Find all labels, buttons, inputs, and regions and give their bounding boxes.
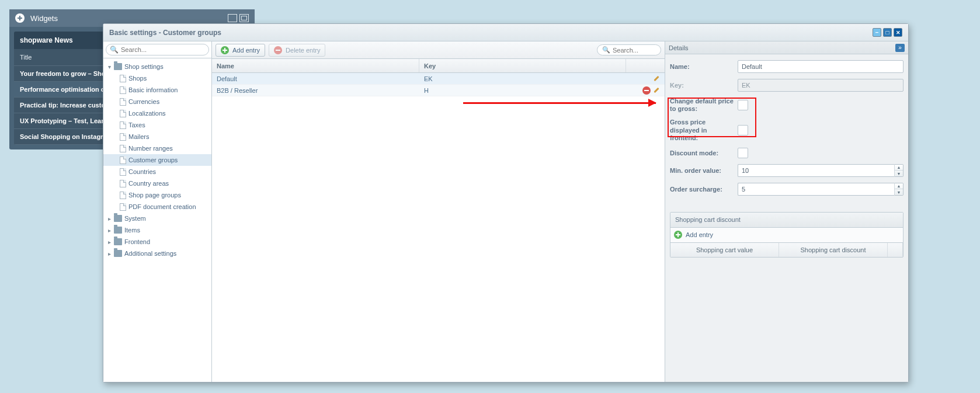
folder-icon bbox=[114, 63, 122, 70]
file-icon bbox=[120, 168, 126, 176]
file-icon bbox=[120, 192, 126, 199]
expand-icon[interactable]: ▸ bbox=[105, 249, 114, 258]
grid-search[interactable]: 🔍 bbox=[597, 44, 661, 55]
file-icon bbox=[120, 121, 126, 129]
tree-node[interactable]: PDF document creation bbox=[103, 201, 211, 213]
name-field[interactable] bbox=[738, 60, 903, 73]
tree-node[interactable]: Shop page groups bbox=[103, 189, 211, 201]
col-key[interactable]: Key bbox=[419, 59, 626, 72]
file-icon bbox=[120, 86, 126, 94]
tree-node[interactable]: Mailers bbox=[103, 131, 211, 142]
window-titlebar[interactable]: Basic settings - Customer groups – □ bbox=[103, 24, 908, 41]
collapse-icon[interactable]: » bbox=[895, 44, 905, 52]
col-cart-discount[interactable]: Shopping cart discount bbox=[779, 243, 888, 257]
tree-node[interactable]: Country areas bbox=[103, 178, 211, 189]
collapse-icon[interactable]: ▾ bbox=[105, 62, 114, 71]
tree-pane: 🔍 ▾ Shop settings Shops Basic infor bbox=[103, 41, 212, 382]
minus-icon bbox=[274, 46, 282, 54]
file-icon bbox=[120, 75, 126, 82]
search-icon: 🔍 bbox=[110, 46, 119, 54]
delete-icon[interactable] bbox=[642, 86, 651, 95]
tree-node-frontend[interactable]: ▸Frontend bbox=[103, 236, 211, 248]
key-field bbox=[738, 79, 903, 92]
tree-search-input[interactable] bbox=[121, 46, 205, 53]
minimize-icon[interactable] bbox=[228, 14, 237, 22]
discount-panel: Shopping cart discount Add entry Shoppin… bbox=[670, 212, 903, 258]
settings-window: Basic settings - Customer groups – □ 🔍 ▾ bbox=[103, 23, 909, 382]
annotation-arrow bbox=[463, 102, 656, 104]
tree-node[interactable]: Taxes bbox=[103, 119, 211, 131]
quantity-stepper[interactable]: ▲▼ bbox=[894, 183, 903, 196]
plus-icon bbox=[221, 46, 229, 54]
folder-icon bbox=[114, 227, 122, 234]
widgets-title: Widgets bbox=[30, 14, 58, 23]
change-gross-checkbox[interactable] bbox=[738, 100, 748, 110]
min-order-label: Min. order value: bbox=[670, 167, 738, 174]
tree-node[interactable]: Number ranges bbox=[103, 142, 211, 154]
tree-node[interactable]: Countries bbox=[103, 166, 211, 178]
discount-columns: Shopping cart value Shopping cart discou… bbox=[670, 243, 903, 257]
grid-pane: Add entry Delete entry 🔍 Name Key bbox=[212, 41, 665, 382]
table-row[interactable]: Default EK bbox=[212, 73, 665, 85]
file-icon bbox=[120, 180, 126, 187]
tree-node-shop-settings[interactable]: ▾ Shop settings bbox=[103, 61, 211, 72]
window-close-button[interactable] bbox=[894, 28, 902, 37]
edit-icon[interactable] bbox=[653, 86, 661, 95]
details-header: Details » bbox=[665, 41, 908, 54]
discount-panel-title: Shopping cart discount bbox=[670, 213, 903, 228]
folder-icon bbox=[114, 250, 122, 257]
folder-icon bbox=[114, 215, 122, 222]
table-row[interactable]: B2B / Reseller H bbox=[212, 85, 665, 96]
key-label: Key: bbox=[670, 82, 738, 89]
window-minimize-button[interactable]: – bbox=[873, 28, 881, 37]
window-title: Basic settings - Customer groups bbox=[109, 29, 221, 37]
grid-header: Name Key bbox=[212, 59, 665, 73]
tree-node-system[interactable]: ▸System bbox=[103, 213, 211, 224]
col-cart-value[interactable]: Shopping cart value bbox=[670, 243, 779, 257]
expand-icon[interactable]: ▸ bbox=[105, 214, 114, 223]
surcharge-field[interactable] bbox=[738, 183, 894, 196]
change-gross-label: Change default price to gross: bbox=[670, 98, 738, 113]
tree-node[interactable]: Localizations bbox=[103, 107, 211, 119]
tree-node[interactable]: Currencies bbox=[103, 96, 211, 107]
add-widget-icon[interactable] bbox=[15, 13, 25, 23]
grid-body: Default EK B2B / Reseller H bbox=[212, 73, 665, 382]
file-icon bbox=[120, 133, 126, 141]
details-pane: Details » Name: Key: Change default pric… bbox=[665, 41, 908, 382]
tree-node[interactable]: Basic information bbox=[103, 84, 211, 96]
file-icon bbox=[120, 203, 126, 211]
tree-node[interactable]: Shops bbox=[103, 72, 211, 84]
discount-mode-checkbox[interactable] bbox=[738, 148, 748, 158]
file-icon bbox=[120, 110, 126, 117]
grid-toolbar: Add entry Delete entry 🔍 bbox=[212, 41, 665, 59]
folder-icon bbox=[114, 238, 122, 245]
file-icon bbox=[120, 156, 126, 164]
expand-icon[interactable]: ▸ bbox=[105, 237, 114, 246]
discount-add-button[interactable]: Add entry bbox=[686, 231, 713, 238]
file-icon bbox=[120, 98, 126, 106]
tree-search[interactable]: 🔍 bbox=[106, 44, 209, 55]
popout-icon[interactable] bbox=[239, 14, 249, 22]
search-icon: 🔍 bbox=[602, 46, 610, 54]
plus-icon bbox=[674, 231, 682, 239]
tree-node-additional[interactable]: ▸Additional settings bbox=[103, 248, 211, 259]
expand-icon[interactable]: ▸ bbox=[105, 225, 114, 235]
surcharge-label: Order surcharge: bbox=[670, 186, 738, 193]
quantity-stepper[interactable]: ▲▼ bbox=[894, 164, 903, 177]
window-maximize-button[interactable]: □ bbox=[883, 28, 892, 37]
edit-icon[interactable] bbox=[653, 75, 661, 83]
gross-frontend-label: Gross price displayed in frontend: bbox=[670, 119, 738, 142]
grid-search-input[interactable] bbox=[613, 47, 656, 54]
tree-node-customer-groups[interactable]: Customer groups bbox=[103, 154, 211, 166]
tree-node-items[interactable]: ▸Items bbox=[103, 224, 211, 236]
name-label: Name: bbox=[670, 63, 738, 70]
min-order-field[interactable] bbox=[738, 164, 894, 177]
delete-entry-button[interactable]: Delete entry bbox=[269, 44, 325, 57]
add-entry-button[interactable]: Add entry bbox=[216, 44, 265, 57]
details-form: Name: Key: Change default price to gross… bbox=[665, 54, 908, 207]
settings-tree: ▾ Shop settings Shops Basic information … bbox=[103, 58, 211, 382]
discount-mode-label: Discount mode: bbox=[670, 149, 738, 156]
col-name[interactable]: Name bbox=[212, 59, 419, 72]
file-icon bbox=[120, 145, 126, 152]
gross-frontend-checkbox[interactable] bbox=[738, 125, 748, 135]
